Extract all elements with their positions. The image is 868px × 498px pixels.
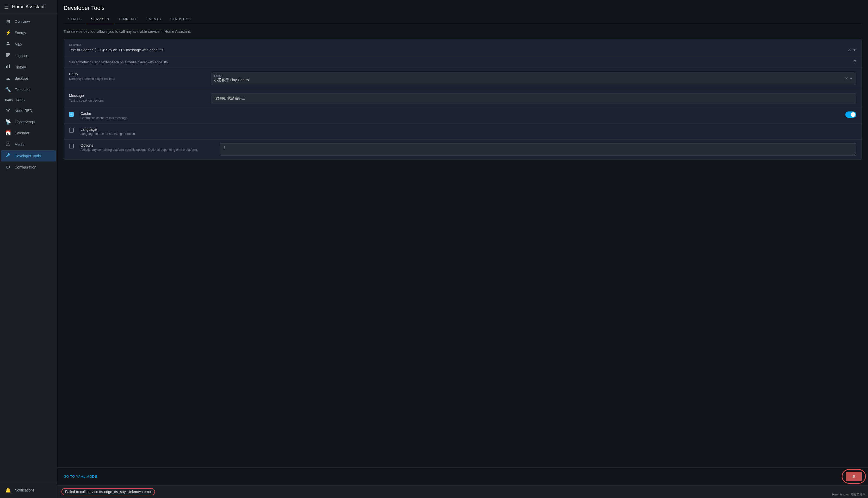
call-service-button[interactable]: ⚙ (846, 472, 862, 481)
cache-field-desc: Control file cache of this message. (80, 116, 842, 120)
options-input-area: 1 (220, 143, 856, 156)
app-title: Home Assistant (12, 4, 44, 10)
sidebar-item-map[interactable]: Map (1, 39, 56, 50)
entity-clear-icon[interactable]: ✕ (845, 76, 848, 80)
message-col-input (211, 93, 856, 103)
tab-events[interactable]: EVENTS (142, 15, 166, 24)
sidebar-item-backups[interactable]: ☁ Backups (1, 73, 56, 84)
cache-row: ✓ Cache Control file cache of this messa… (64, 108, 862, 124)
sidebar-label-calendar: Calendar (15, 131, 29, 135)
sidebar-item-media[interactable]: Media (1, 139, 56, 150)
sidebar-item-logbook[interactable]: Logbook (1, 50, 56, 61)
cache-field-title: Cache (80, 112, 842, 116)
options-field-title: Options (80, 143, 216, 147)
cache-checkbox[interactable]: ✓ (69, 112, 74, 117)
message-row: Message Text to speak on devices. (64, 89, 862, 108)
message-field-desc: Text to speak on devices. (69, 99, 205, 102)
error-message: Failed to call service tts.edge_tts_say.… (62, 488, 155, 495)
language-field-title: Language (80, 127, 856, 132)
page-title: Developer Tools (64, 5, 862, 12)
content-area: The service dev tool allows you to call … (57, 24, 868, 467)
svg-rect-6 (8, 65, 8, 68)
entity-field-desc: Name(s) of media player entities. (69, 77, 205, 81)
service-input[interactable] (69, 48, 848, 52)
sidebar-item-notifications[interactable]: 🔔 Notifications (1, 485, 56, 496)
energy-icon: ⚡ (5, 30, 11, 36)
entity-chevron-icon[interactable]: ▼ (849, 76, 853, 80)
svg-point-0 (7, 42, 9, 43)
language-field-desc: Language to use for speech generation. (80, 132, 856, 136)
backups-icon: ☁ (5, 76, 11, 81)
options-line-number: 1 (220, 143, 228, 156)
sidebar-label-media: Media (15, 143, 25, 147)
cache-checkbox-col: ✓ (69, 112, 77, 117)
help-icon[interactable]: ? (854, 60, 856, 65)
tab-states[interactable]: STATES (64, 15, 87, 24)
sidebar-label-backups: Backups (15, 76, 29, 80)
options-checkbox-col (69, 143, 77, 148)
sidebar-label-configuration: Configuration (15, 165, 36, 169)
cache-toggle[interactable] (845, 112, 856, 118)
options-checkbox[interactable] (69, 144, 74, 148)
service-chevron-icon[interactable]: ▼ (853, 48, 856, 52)
menu-icon[interactable]: ☰ (4, 4, 9, 10)
tabs-bar: STATES SERVICES TEMPLATE EVENTS STATISTI… (64, 15, 862, 24)
tab-template[interactable]: TEMPLATE (114, 15, 142, 24)
sidebar-item-overview[interactable]: ⊞ Overview (1, 16, 56, 27)
hacs-icon: HACS (5, 99, 11, 102)
sidebar-label-zigbee2mqtt: Zigbee2mqtt (15, 120, 35, 124)
notifications-icon: 🔔 (5, 487, 11, 493)
sidebar-item-node-red[interactable]: Node-RED (1, 105, 56, 116)
calendar-icon: 📅 (5, 130, 11, 136)
options-info: Options A dictionary containing platform… (80, 143, 216, 152)
yaml-mode-link[interactable]: GO TO YAML MODE (64, 474, 97, 479)
main-content: Developer Tools STATES SERVICES TEMPLATE… (57, 0, 868, 498)
sidebar: ☰ Home Assistant ⊞ Overview ⚡ Energy Map… (0, 0, 57, 498)
message-input[interactable] (211, 93, 856, 103)
service-field-label: Service (69, 43, 856, 47)
tab-services[interactable]: SERVICES (87, 15, 114, 24)
language-checkbox-col (69, 127, 77, 133)
sidebar-nav: ⊞ Overview ⚡ Energy Map Logbook His (0, 14, 57, 482)
tab-statistics[interactable]: STATISTICS (166, 15, 195, 24)
sidebar-label-node-red: Node-RED (15, 109, 32, 113)
sidebar-item-file-editor[interactable]: 🔧 File editor (1, 84, 56, 95)
sidebar-item-hacs[interactable]: HACS HACS (1, 95, 56, 105)
sidebar-label-hacs: HACS (15, 98, 25, 102)
language-checkbox[interactable] (69, 128, 74, 133)
sidebar-item-developer-tools[interactable]: Developer Tools (1, 150, 56, 161)
sidebar-item-history[interactable]: History (1, 62, 56, 73)
sidebar-label-energy: Energy (15, 31, 26, 35)
svg-rect-7 (9, 65, 10, 68)
sidebar-label-map: Map (15, 42, 22, 47)
options-code-input[interactable] (228, 143, 856, 156)
sidebar-item-energy[interactable]: ⚡ Energy (1, 27, 56, 38)
service-clear-icon[interactable]: ✕ (848, 48, 851, 52)
message-col-label: Message Text to speak on devices. (69, 93, 205, 103)
overview-icon: ⊞ (5, 19, 11, 25)
language-row: Language Language to use for speech gene… (64, 124, 862, 140)
options-field-desc: A dictionary containing platform-specifi… (80, 148, 216, 152)
cache-check-icon: ✓ (70, 113, 73, 116)
configuration-icon: ⚙ (5, 165, 11, 170)
node-red-icon (5, 108, 11, 114)
cache-info: Cache Control file cache of this message… (80, 112, 842, 120)
developer-tools-icon (5, 153, 11, 159)
svg-rect-5 (6, 66, 7, 68)
sidebar-item-zigbee2mqtt[interactable]: 📡 Zigbee2mqtt (1, 116, 56, 127)
service-input-wrapper: ✕ ▼ (69, 48, 856, 52)
sidebar-item-calendar[interactable]: 📅 Calendar (1, 128, 56, 139)
service-description-row: Say something using text-speech on a med… (64, 57, 862, 68)
entity-col-label: Entity Name(s) of media player entities. (69, 72, 205, 85)
sidebar-item-configuration[interactable]: ⚙ Configuration (1, 162, 56, 173)
error-bar: Failed to call service tts.edge_tts_say.… (57, 485, 868, 498)
file-editor-icon: 🔧 (5, 87, 11, 92)
entity-input-box[interactable]: Entity* 小爱客厅 Play Control ✕ ▼ (211, 72, 856, 85)
svg-rect-1 (6, 53, 10, 54)
error-text: Failed to call service tts.edge_tts_say.… (65, 490, 152, 494)
svg-rect-4 (6, 56, 8, 57)
call-service-icon: ⚙ (852, 474, 855, 479)
svg-line-12 (7, 110, 8, 111)
sidebar-label-logbook: Logbook (15, 54, 29, 58)
sidebar-label-history: History (15, 65, 26, 69)
